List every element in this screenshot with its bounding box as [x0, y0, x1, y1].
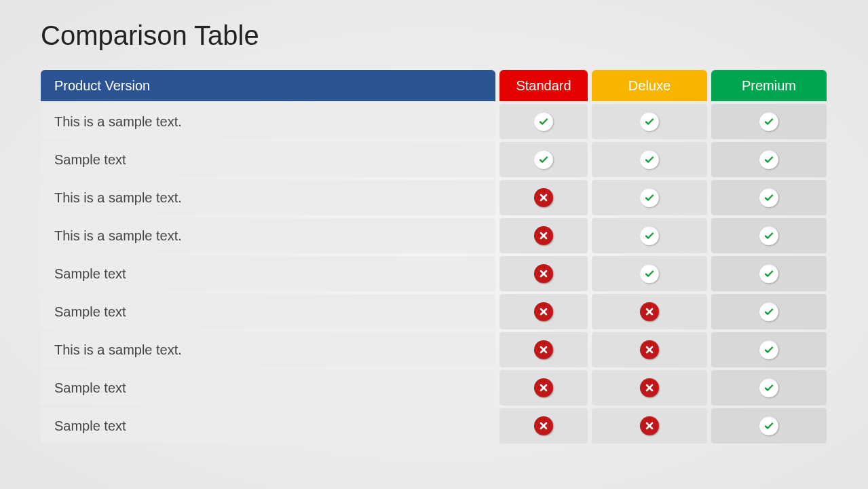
feature-cell: [592, 218, 707, 253]
feature-cell: [592, 294, 707, 329]
row-label: This is a sample text.: [41, 180, 495, 215]
check-icon: [759, 340, 778, 359]
row-label: Sample text: [41, 408, 495, 443]
column-header-deluxe: Deluxe: [592, 70, 707, 101]
cross-icon: [534, 378, 553, 397]
cross-icon: [534, 340, 553, 359]
feature-cell: [499, 370, 588, 405]
cross-icon: [640, 340, 659, 359]
cross-icon: [640, 378, 659, 397]
feature-cell: [711, 408, 827, 443]
check-icon: [759, 264, 778, 283]
feature-cell: [499, 294, 588, 329]
column-header-product: Product Version: [41, 70, 495, 101]
row-label: Sample text: [41, 256, 495, 291]
feature-cell: [711, 256, 827, 291]
row-label: Sample text: [41, 142, 495, 177]
check-icon: [759, 302, 778, 321]
feature-cell: [592, 408, 707, 443]
cross-icon: [640, 302, 659, 321]
feature-cell: [499, 256, 588, 291]
row-label: This is a sample text.: [41, 104, 495, 139]
feature-cell: [592, 256, 707, 291]
column-header-premium: Premium: [711, 70, 827, 101]
check-icon: [534, 150, 553, 169]
comparison-table: Product Version Standard Deluxe Premium …: [41, 70, 827, 443]
feature-cell: [499, 142, 588, 177]
check-icon: [759, 226, 778, 245]
feature-cell: [592, 142, 707, 177]
check-icon: [640, 226, 659, 245]
row-label: Sample text: [41, 294, 495, 329]
feature-cell: [592, 104, 707, 139]
feature-cell: [711, 142, 827, 177]
feature-cell: [592, 370, 707, 405]
feature-cell: [592, 180, 707, 215]
cross-icon: [534, 188, 553, 207]
check-icon: [759, 150, 778, 169]
cross-icon: [640, 416, 659, 435]
row-label: Sample text: [41, 370, 495, 405]
row-label: This is a sample text.: [41, 218, 495, 253]
check-icon: [640, 150, 659, 169]
check-icon: [759, 188, 778, 207]
column-header-standard: Standard: [499, 70, 588, 101]
feature-cell: [499, 180, 588, 215]
check-icon: [759, 378, 778, 397]
feature-cell: [499, 408, 588, 443]
feature-cell: [711, 180, 827, 215]
feature-cell: [711, 294, 827, 329]
feature-cell: [592, 332, 707, 367]
cross-icon: [534, 226, 553, 245]
cross-icon: [534, 416, 553, 435]
feature-cell: [499, 218, 588, 253]
feature-cell: [711, 218, 827, 253]
check-icon: [759, 416, 778, 435]
feature-cell: [711, 104, 827, 139]
check-icon: [640, 112, 659, 131]
check-icon: [640, 188, 659, 207]
slide-title: Comparison Table: [41, 20, 827, 51]
feature-cell: [499, 104, 588, 139]
cross-icon: [534, 302, 553, 321]
cross-icon: [534, 264, 553, 283]
check-icon: [534, 112, 553, 131]
feature-cell: [711, 332, 827, 367]
feature-cell: [499, 332, 588, 367]
feature-cell: [711, 370, 827, 405]
row-label: This is a sample text.: [41, 332, 495, 367]
check-icon: [759, 112, 778, 131]
check-icon: [640, 264, 659, 283]
